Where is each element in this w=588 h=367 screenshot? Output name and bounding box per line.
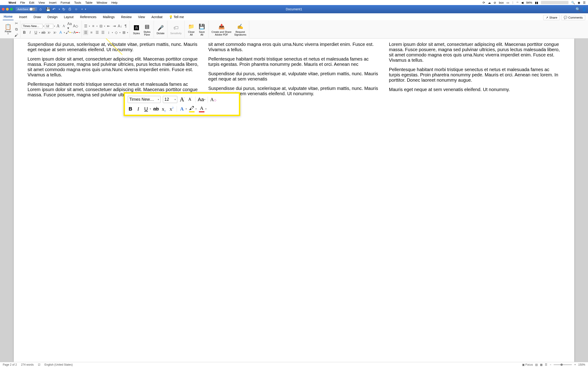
- para[interactable]: Lorem ipsum dolor sit amet, consectetuer…: [389, 42, 561, 63]
- paste-button[interactable]: 📋 Paste ▾: [3, 24, 13, 35]
- shrink-font-icon[interactable]: Aˇ: [187, 97, 193, 102]
- change-case-icon[interactable]: Aa ▾: [67, 24, 72, 29]
- italic-button[interactable]: I: [136, 106, 141, 112]
- sound-icon[interactable]: ◀: [521, 1, 523, 4]
- zoom-level[interactable]: 150%: [578, 363, 585, 366]
- copy-icon[interactable]: ⧉: [14, 27, 19, 32]
- styles-pane-button[interactable]: ▤Styles Pane: [142, 23, 152, 36]
- zoom-button[interactable]: [10, 8, 13, 10]
- italic-button[interactable]: I: [27, 30, 33, 35]
- align-right-icon[interactable]: ☰: [95, 30, 100, 35]
- autosave-toggle[interactable]: AutoSave OFF: [16, 7, 37, 11]
- underline-chevron-icon[interactable]: ▾: [39, 31, 40, 34]
- line-spacing-icon[interactable]: ↕: [106, 30, 111, 35]
- shading-icon[interactable]: ◇: [114, 30, 119, 35]
- spotlight-icon[interactable]: 🔍: [571, 1, 575, 4]
- shape-circle-icon[interactable]: ○: [75, 7, 79, 11]
- zoom-slider[interactable]: [553, 364, 572, 365]
- tell-me[interactable]: 💡 Tell me: [168, 14, 185, 20]
- format-painter-icon[interactable]: 🖌: [14, 33, 19, 38]
- zoom-out-icon[interactable]: −: [550, 363, 551, 366]
- sort-icon[interactable]: A↓: [117, 24, 122, 29]
- borders-icon[interactable]: ⊞: [121, 30, 126, 35]
- language-indicator[interactable]: English (United States): [44, 363, 73, 366]
- undo-chevron-icon[interactable]: ▾: [59, 8, 60, 10]
- clear-formatting-icon[interactable]: A◇: [73, 24, 78, 29]
- save-icon[interactable]: 💾: [46, 7, 50, 11]
- chevron-down-icon[interactable]: ▾: [195, 108, 197, 110]
- chevron-down-icon[interactable]: ▾: [173, 98, 177, 101]
- focus-mode-button[interactable]: ▣ Focus: [522, 363, 533, 366]
- para[interactable]: Lorem ipsum dolor sit amet, consectetuer…: [27, 56, 199, 77]
- chevron-down-icon[interactable]: ▾: [204, 98, 205, 101]
- create-share-pdf-button[interactable]: 📤Create and Share Adobe PDF: [210, 23, 233, 36]
- cloud-icon[interactable]: ☁: [488, 1, 491, 4]
- app-name[interactable]: Word: [9, 1, 16, 4]
- tab-view[interactable]: View: [137, 14, 146, 20]
- tab-design[interactable]: Design: [47, 14, 59, 20]
- control-center-icon[interactable]: ☰: [583, 1, 586, 4]
- bold-button[interactable]: B: [128, 106, 133, 112]
- font-chevron-icon[interactable]: ▾: [43, 25, 44, 27]
- tab-references[interactable]: References: [79, 14, 97, 20]
- comments-button[interactable]: 💬 Comments: [561, 15, 585, 20]
- subscript-button[interactable]: x2: [47, 30, 52, 35]
- chevron-down-icon[interactable]: ▾: [150, 108, 151, 110]
- box-icon[interactable]: box: [499, 1, 504, 4]
- align-left-icon[interactable]: ☰: [83, 30, 88, 35]
- share-button[interactable]: ↗ Share: [543, 15, 560, 20]
- request-signatures-button[interactable]: ✍Request Signatures: [233, 23, 248, 36]
- home-icon[interactable]: ⌂: [40, 7, 44, 11]
- dictate-button[interactable]: 🎤Dictate: [155, 24, 166, 35]
- size-chevron-icon[interactable]: ▾: [54, 25, 55, 27]
- superscript-button[interactable]: x2: [52, 30, 57, 35]
- tab-review[interactable]: Review: [120, 14, 132, 20]
- numbering-icon[interactable]: ≡: [91, 24, 96, 29]
- tab-draw[interactable]: Draw: [33, 14, 42, 20]
- chevron-down-icon[interactable]: ▾: [156, 98, 160, 101]
- page-indicator[interactable]: Page 2 of 2: [3, 363, 17, 366]
- para[interactable]: Pellentesque habitant morbi tristique se…: [389, 67, 561, 83]
- menu-help[interactable]: Help: [111, 1, 118, 4]
- menu-window[interactable]: Window: [96, 1, 107, 4]
- strikethrough-button[interactable]: ab: [41, 30, 46, 35]
- account-icon[interactable]: 👤: [582, 7, 586, 11]
- close-all-button[interactable]: 📁Close All: [186, 23, 197, 36]
- menu-insert[interactable]: Insert: [49, 1, 57, 4]
- menu-table[interactable]: Table: [85, 1, 92, 4]
- para[interactable]: Suspendisse dui purus, scelerisque at, v…: [208, 71, 380, 82]
- para[interactable]: Mauris eget neque at sem venenatis eleif…: [389, 87, 561, 92]
- justify-icon[interactable]: ☰: [100, 30, 105, 35]
- sensitivity-button[interactable]: 🏷Sensitivity: [169, 24, 183, 35]
- bullets-icon[interactable]: ☰: [83, 24, 88, 29]
- callout-size-select[interactable]: [163, 96, 174, 103]
- web-layout-icon[interactable]: ☰: [545, 363, 547, 366]
- effects-chevron-icon[interactable]: ▾: [64, 31, 65, 34]
- highlight-icon[interactable]: 🖍: [66, 30, 71, 35]
- underline-button[interactable]: U: [33, 30, 38, 35]
- close-button[interactable]: [2, 8, 5, 10]
- menu-format[interactable]: Format: [61, 1, 70, 4]
- change-case-icon[interactable]: Aa: [198, 97, 203, 102]
- chevron-down-icon[interactable]: ▾: [205, 108, 207, 110]
- shrink-font-icon[interactable]: Aˇ: [61, 24, 67, 29]
- menu-file[interactable]: File: [20, 1, 25, 4]
- font-color-icon[interactable]: A: [73, 30, 78, 35]
- paragraph-marks-icon[interactable]: ¶: [123, 24, 128, 29]
- fontcolor-chevron-icon[interactable]: ▾: [79, 31, 80, 34]
- search-icon[interactable]: 🔍: [576, 7, 580, 11]
- font-size-select[interactable]: [45, 24, 53, 28]
- redo-icon[interactable]: ↻: [62, 7, 66, 11]
- qat-more-icon[interactable]: ▾: [85, 8, 86, 10]
- bluetooth-icon[interactable]: ᛒ: [512, 1, 514, 4]
- para[interactable]: Pellentesque habitant morbi tristique se…: [208, 56, 380, 67]
- battery-icon[interactable]: ▮▮: [535, 1, 538, 4]
- strikethrough-button[interactable]: ab: [153, 106, 159, 112]
- tab-home[interactable]: Home: [3, 13, 14, 20]
- menu-edit[interactable]: Edit: [29, 1, 34, 4]
- para[interactable]: Suspendisse dui purus, scelerisque at, v…: [27, 42, 199, 52]
- read-mode-icon[interactable]: ▤: [535, 363, 538, 366]
- styles-gallery[interactable]: 🅰Styles: [131, 24, 142, 35]
- tab-mailings[interactable]: Mailings: [102, 14, 115, 20]
- text-effects-icon[interactable]: A: [179, 106, 185, 112]
